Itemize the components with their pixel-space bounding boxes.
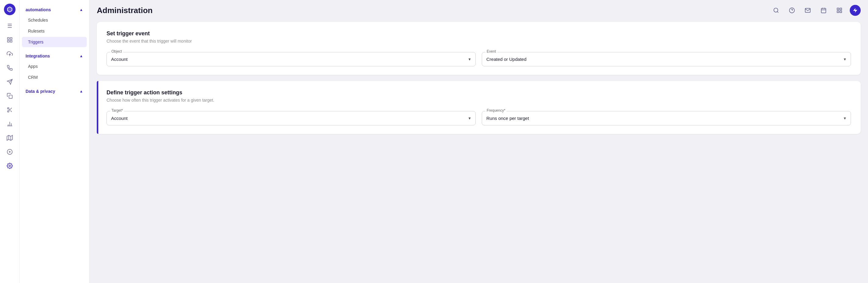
svg-rect-36 [840, 11, 842, 13]
frequency-label: Frequency* [486, 108, 506, 113]
svg-rect-34 [840, 8, 842, 10]
automations-chevron: ▲ [80, 8, 83, 12]
svg-point-10 [7, 111, 9, 112]
search-button[interactable] [771, 5, 781, 16]
object-field: Object Account Contact Deal Lead ▼ [106, 52, 476, 66]
settings-icon[interactable] [4, 160, 16, 171]
target-field: Target* Account Contact Deal ▼ [106, 111, 476, 125]
sidebar-item-apps[interactable]: Apps [22, 61, 87, 71]
app-logo[interactable] [4, 4, 16, 15]
nav-sidebar: automations ▲ Schedules Rulesets Trigger… [20, 0, 90, 283]
svg-rect-8 [9, 95, 12, 99]
svg-line-12 [10, 111, 12, 112]
svg-point-0 [7, 7, 12, 12]
svg-point-9 [7, 108, 9, 109]
svg-rect-1 [7, 38, 9, 39]
trigger-event-subtitle: Choose the event that this trigger will … [106, 39, 851, 43]
apps-grid-button[interactable] [834, 5, 845, 16]
svg-rect-4 [10, 40, 12, 42]
trigger-action-title: Define trigger action settings [106, 90, 851, 96]
map-icon[interactable] [4, 132, 16, 144]
svg-rect-2 [10, 38, 12, 39]
svg-point-24 [9, 165, 10, 167]
data-privacy-section-header[interactable]: Data & privacy ▲ [20, 87, 89, 96]
icon-sidebar: ☰ [0, 0, 20, 283]
event-select[interactable]: Created or Updated Created Updated Delet… [482, 52, 851, 66]
event-field: Event Created or Updated Created Updated… [482, 52, 851, 66]
trigger-action-form-row: Target* Account Contact Deal ▼ Frequency… [106, 111, 851, 125]
scissors-icon[interactable] [4, 104, 16, 116]
svg-line-13 [8, 109, 9, 110]
sidebar-item-schedules[interactable]: Schedules [22, 15, 87, 25]
svg-rect-35 [837, 11, 839, 13]
trigger-event-card: Set trigger event Choose the event that … [97, 22, 861, 75]
automations-section-header[interactable]: automations ▲ [20, 5, 89, 14]
trigger-action-subtitle: Choose how often this trigger activates … [106, 98, 851, 102]
user-avatar[interactable] [850, 5, 861, 16]
sidebar-item-rulesets[interactable]: Rulesets [22, 26, 87, 36]
svg-rect-29 [822, 8, 826, 13]
inbox-icon[interactable]: ☰ [4, 20, 16, 32]
help-button[interactable] [786, 5, 797, 16]
mail-button[interactable] [802, 5, 813, 16]
main-content: Administration [90, 0, 868, 283]
calendar-button[interactable] [818, 5, 829, 16]
add-circle-icon[interactable] [4, 146, 16, 158]
page-title: Administration [97, 6, 153, 15]
svg-line-26 [777, 11, 778, 13]
integrations-chevron: ▲ [80, 54, 83, 58]
send-icon[interactable] [4, 76, 16, 88]
grid-icon[interactable] [4, 34, 16, 45]
object-label: Object [110, 49, 123, 54]
svg-marker-37 [853, 8, 857, 13]
svg-marker-18 [7, 135, 12, 140]
integrations-section-header[interactable]: Integrations ▲ [20, 51, 89, 61]
target-label: Target* [110, 108, 124, 113]
automations-label: automations [26, 7, 51, 12]
event-label: Event [486, 49, 497, 54]
target-select[interactable]: Account Contact Deal [106, 111, 476, 125]
svg-rect-33 [837, 8, 839, 10]
trigger-event-title: Set trigger event [106, 30, 851, 37]
sidebar-item-crm[interactable]: CRM [22, 72, 87, 83]
integrations-label: Integrations [26, 54, 50, 58]
data-privacy-label: Data & privacy [26, 89, 55, 94]
sidebar-item-triggers[interactable]: Triggers [22, 37, 87, 47]
frequency-field: Frequency* Runs once per target Runs eve… [482, 111, 851, 125]
frequency-select[interactable]: Runs once per target Runs every time Run… [482, 111, 851, 125]
svg-rect-3 [7, 40, 9, 42]
trigger-event-form-row: Object Account Contact Deal Lead ▼ Event… [106, 52, 851, 66]
card-accent-bar [97, 81, 98, 134]
copy-icon[interactable] [4, 90, 16, 102]
header-icons [771, 5, 861, 16]
object-select[interactable]: Account Contact Deal Lead [106, 52, 476, 66]
chart-icon[interactable] [4, 118, 16, 130]
upload-icon[interactable] [4, 48, 16, 60]
phone-icon[interactable] [4, 62, 16, 74]
data-privacy-chevron: ▲ [80, 89, 83, 93]
svg-point-25 [774, 8, 778, 12]
trigger-action-card: Define trigger action settings Choose ho… [97, 81, 861, 134]
top-header: Administration [97, 0, 861, 22]
